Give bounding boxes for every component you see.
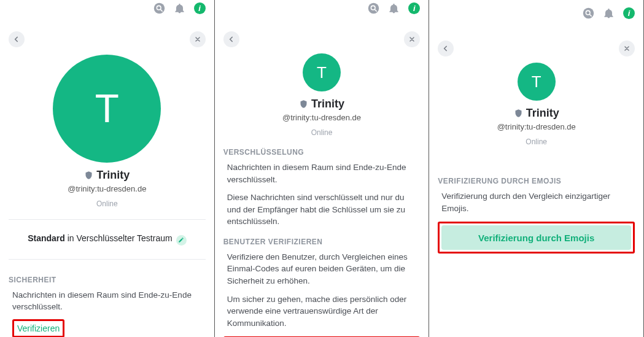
divider bbox=[9, 219, 206, 220]
panel-profile: i T Trinity @trinity:tu-dresden.de Onlin… bbox=[0, 0, 215, 337]
topbar: i bbox=[0, 2, 214, 14]
presence: Online bbox=[438, 138, 635, 146]
role-line: Standard in Verschlüsselter Testraum bbox=[9, 233, 206, 246]
user-name: Trinity bbox=[526, 107, 559, 120]
close-button[interactable] bbox=[619, 41, 635, 56]
divider bbox=[9, 259, 206, 260]
close-button[interactable] bbox=[404, 31, 420, 47]
shield-icon bbox=[514, 108, 523, 118]
close-button[interactable] bbox=[190, 31, 206, 47]
highlight-emoji-button: Verifizierung durch Emojis bbox=[438, 222, 635, 254]
nav-row bbox=[215, 31, 429, 47]
highlight-verify: Verifizieren bbox=[12, 319, 64, 337]
info-icon[interactable]: i bbox=[623, 7, 635, 19]
user-name-row: Trinity bbox=[223, 98, 421, 110]
avatar: T bbox=[53, 55, 161, 163]
bell-icon[interactable] bbox=[388, 2, 400, 14]
bell-icon[interactable] bbox=[603, 7, 615, 19]
avatar: T bbox=[518, 63, 556, 101]
topbar: i bbox=[215, 2, 429, 14]
search-icon[interactable] bbox=[368, 2, 379, 14]
user-name-row: Trinity bbox=[438, 107, 635, 120]
info-icon[interactable]: i bbox=[408, 2, 420, 14]
user-handle: @trinity:tu-dresden.de bbox=[438, 122, 635, 131]
user-name: Trinity bbox=[311, 98, 344, 110]
info-icon[interactable]: i bbox=[194, 2, 206, 14]
back-button[interactable] bbox=[223, 31, 239, 47]
verify-link[interactable]: Verifizieren bbox=[17, 323, 60, 333]
shield-icon bbox=[84, 170, 93, 180]
security-heading: SICHERHEIT bbox=[9, 276, 206, 284]
user-name-row: Trinity bbox=[9, 169, 206, 182]
role-level: Standard bbox=[28, 233, 65, 243]
edit-role-icon[interactable] bbox=[176, 235, 187, 246]
emoji-text: Verifizierung durch den Vergleich einzig… bbox=[438, 190, 635, 214]
user-handle: @trinity:tu-dresden.de bbox=[9, 184, 206, 193]
enc-p2: Diese Nachrichten sind verschlüsselt und… bbox=[223, 192, 421, 228]
verify-user-heading: BENUTZER VERIFIZIEREN bbox=[223, 238, 421, 246]
shield-icon bbox=[299, 99, 308, 109]
panel-emoji-verify: i T Trinity @trinity:tu-dresden.de Onlin… bbox=[429, 0, 644, 337]
search-icon[interactable] bbox=[583, 7, 594, 19]
back-button[interactable] bbox=[438, 41, 454, 56]
user-handle: @trinity:tu-dresden.de bbox=[223, 113, 421, 122]
e2e-text: Nachrichten in diesem Raum sind Ende-zu-… bbox=[9, 289, 206, 313]
presence: Online bbox=[223, 128, 421, 137]
avatar: T bbox=[303, 53, 341, 91]
nav-row bbox=[0, 31, 214, 47]
enc-p1: Nachrichten in diesem Raum sind Ende-zu-… bbox=[223, 161, 421, 185]
search-icon[interactable] bbox=[153, 2, 165, 14]
role-room: in Verschlüsselter Testraum bbox=[65, 233, 173, 243]
panel-encryption: i T Trinity @trinity:tu-dresden.de Onlin… bbox=[215, 0, 430, 337]
emoji-heading: VERIFIZIERUNG DURCH EMOJIS bbox=[438, 177, 635, 185]
user-name: Trinity bbox=[96, 169, 130, 182]
verify-p1: Verifiziere den Benutzer, durch Vergleic… bbox=[223, 251, 421, 287]
nav-row bbox=[429, 41, 643, 56]
verify-p2: Um sicher zu gehen, mache dies persönlic… bbox=[223, 293, 421, 330]
presence: Online bbox=[9, 199, 206, 208]
bell-icon[interactable] bbox=[174, 2, 185, 14]
verify-by-emoji-button[interactable]: Verifizierung durch Emojis bbox=[441, 225, 631, 250]
encryption-heading: VERSCHLÜSSELUNG bbox=[223, 148, 421, 157]
topbar: i bbox=[429, 2, 643, 23]
back-button[interactable] bbox=[9, 31, 25, 47]
